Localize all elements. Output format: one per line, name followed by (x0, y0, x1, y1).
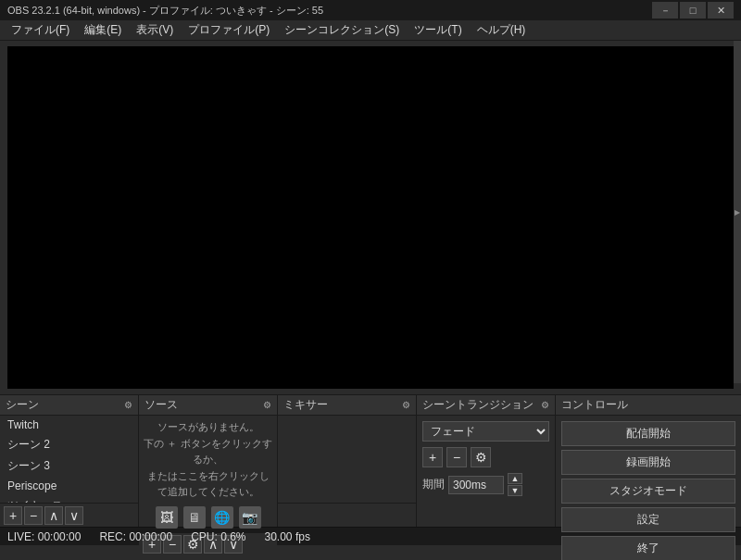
close-button[interactable]: ✕ (708, 2, 734, 19)
sources-panel-header: ソース ⚙ (139, 395, 277, 416)
transition-remove-button[interactable]: − (446, 447, 467, 467)
mixer-header-icon[interactable]: ⚙ (402, 400, 410, 410)
controls-panel-header: コントロール (556, 395, 741, 416)
rec-status: REC: 00:00:00 (99, 530, 172, 543)
scene-item-twitcasting[interactable]: ツイキャス (0, 495, 138, 503)
menu-edit[interactable]: 編集(E) (77, 20, 129, 40)
duration-up-button[interactable]: ▲ (508, 473, 522, 484)
sources-empty-line2: 下の ＋ ボタンをクリックするか、 (143, 436, 273, 468)
transition-panel-header: シーントランジション ⚙ (417, 395, 555, 416)
live-status: LIVE: 00:00:00 (7, 530, 81, 543)
live-label: LIVE: (7, 530, 34, 543)
preview-canvas (7, 46, 734, 389)
mixer-footer (278, 503, 416, 527)
menu-scene-collection[interactable]: シーンコレクション(S) (277, 20, 407, 40)
titlebar: OBS 23.2.1 (64-bit, windows) - プロファイル: つ… (0, 0, 741, 20)
scene-item-twitch[interactable]: Twitch (0, 416, 138, 434)
mixer-content (278, 416, 416, 503)
mixer-panel-header: ミキサー ⚙ (278, 395, 416, 416)
transition-add-button[interactable]: + (422, 447, 443, 467)
scene-down-button[interactable]: ∨ (65, 506, 83, 525)
controls-content: 配信開始 録画開始 スタジオモード 設定 終了 (556, 416, 741, 560)
rec-time: 00:00:00 (129, 530, 172, 543)
duration-label: 期間 (422, 477, 445, 492)
studio-mode-button[interactable]: スタジオモード (561, 479, 735, 504)
menu-profile[interactable]: プロファイル(P) (181, 20, 277, 40)
menu-tools[interactable]: ツール(T) (407, 20, 469, 40)
bottom-panels: シーン ⚙ Twitch シーン 2 シーン 3 Periscope ツイキャス… (0, 394, 741, 527)
scene-up-button[interactable]: ∧ (44, 506, 63, 525)
source-icon-image: 🖼 (156, 506, 178, 529)
scenes-list: Twitch シーン 2 シーン 3 Periscope ツイキャス シーン 4 (0, 416, 138, 503)
transition-header-label: シーントランジション (422, 397, 534, 413)
transition-duration-row: 期間 ▲ ▼ (422, 473, 549, 496)
exit-button[interactable]: 終了 (561, 536, 735, 560)
start-recording-button[interactable]: 録画開始 (561, 450, 735, 475)
menu-view[interactable]: 表示(V) (129, 20, 181, 40)
titlebar-title: OBS 23.2.1 (64-bit, windows) - プロファイル: つ… (7, 4, 323, 18)
rec-label: REC: (99, 530, 126, 543)
transition-settings-button[interactable]: ⚙ (471, 447, 491, 467)
transition-buttons: + − ⚙ (422, 447, 549, 467)
scenes-panel-header: シーン ⚙ (0, 395, 138, 416)
minimize-button[interactable]: － (652, 2, 678, 19)
scene-item-periscope[interactable]: Periscope (0, 477, 138, 495)
duration-input[interactable] (448, 476, 504, 494)
titlebar-controls: － □ ✕ (652, 2, 734, 19)
sources-header-label: ソース (144, 397, 178, 413)
source-icon-camera: 📷 (239, 506, 261, 529)
scene-item-3[interactable]: シーン 3 (0, 455, 138, 477)
transition-panel: シーントランジション ⚙ フェード + − ⚙ 期間 ▲ ▼ (417, 395, 556, 527)
duration-down-button[interactable]: ▼ (508, 485, 522, 496)
sources-empty-line1: ソースがありません。 (157, 419, 259, 436)
scenes-header-icon[interactable]: ⚙ (124, 400, 132, 410)
fps-status: 30.00 fps (265, 530, 310, 543)
source-type-icons: 🖼 🖥 🌐 📷 (156, 506, 261, 529)
menu-help[interactable]: ヘルプ(H) (470, 20, 534, 40)
controls-panel: コントロール 配信開始 録画開始 スタジオモード 設定 終了 (556, 395, 741, 527)
live-time: 00:00:00 (38, 530, 82, 543)
maximize-button[interactable]: □ (680, 2, 706, 19)
cpu-status: CPU: 0.6% (191, 530, 245, 543)
menu-file[interactable]: ファイル(F) (4, 20, 77, 40)
sources-panel: ソース ⚙ ソースがありません。 下の ＋ ボタンをクリックするか、 またはここ… (139, 395, 278, 527)
sources-header-icon[interactable]: ⚙ (263, 400, 271, 410)
mixer-header-label: ミキサー (283, 397, 328, 413)
transition-content: フェード + − ⚙ 期間 ▲ ▼ (417, 416, 555, 527)
scene-item-2[interactable]: シーン 2 (0, 434, 138, 455)
menubar: ファイル(F) 編集(E) 表示(V) プロファイル(P) シーンコレクション(… (0, 20, 741, 41)
settings-button[interactable]: 設定 (561, 507, 735, 532)
transition-type-select[interactable]: フェード (422, 421, 549, 442)
scenes-panel: シーン ⚙ Twitch シーン 2 シーン 3 Periscope ツイキャス… (0, 395, 139, 527)
source-icon-browser: 🌐 (211, 506, 233, 529)
transition-header-icon[interactable]: ⚙ (541, 400, 549, 410)
scenes-header-label: シーン (6, 397, 39, 413)
scroll-hint: ▶ (734, 41, 741, 383)
sources-empty-message: ソースがありません。 下の ＋ ボタンをクリックするか、 またはここを右クリック… (139, 416, 277, 532)
sources-empty-line3: またはここを右クリックして追加してください。 (143, 468, 273, 501)
scenes-footer: + − ∧ ∨ (0, 503, 138, 527)
controls-header-label: コントロール (561, 397, 628, 413)
mixer-panel: ミキサー ⚙ (278, 395, 417, 527)
scene-remove-button[interactable]: − (24, 506, 43, 525)
source-icon-display: 🖥 (183, 506, 206, 529)
scene-add-button[interactable]: + (4, 506, 22, 525)
start-streaming-button[interactable]: 配信開始 (561, 421, 735, 446)
